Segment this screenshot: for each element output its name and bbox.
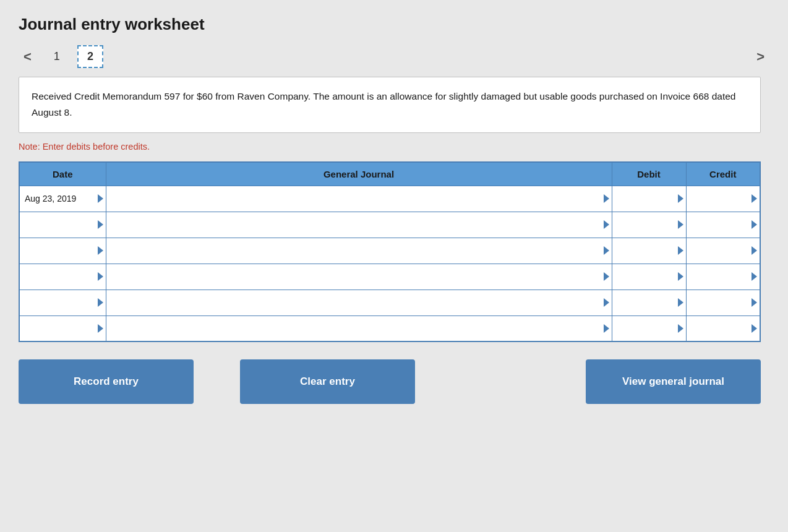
- journal-input-1[interactable]: [106, 212, 612, 238]
- table-row-debit-1[interactable]: [612, 212, 686, 238]
- debit-input-5[interactable]: [612, 316, 686, 341]
- credit-input-3[interactable]: [687, 264, 760, 290]
- table-row-journal-2[interactable]: [106, 238, 612, 264]
- table-row-debit-3[interactable]: [612, 264, 686, 290]
- table-row-date-0: Aug 23, 2019: [19, 186, 106, 212]
- record-entry-button[interactable]: Record entry: [19, 359, 194, 404]
- date-indicator-4: [98, 298, 103, 307]
- table-row-credit-4[interactable]: [686, 290, 760, 315]
- table-row-journal-0[interactable]: [106, 186, 612, 212]
- table-row-date-5: [19, 315, 106, 341]
- credit-input-0[interactable]: [687, 186, 760, 212]
- header-date: Date: [19, 162, 106, 186]
- page-2-number-active[interactable]: 2: [77, 45, 103, 68]
- journal-table: Date General Journal Debit Credit Aug 23…: [19, 161, 761, 343]
- table-row-debit-2[interactable]: [612, 238, 686, 264]
- date-indicator-2: [98, 246, 103, 255]
- date-value-0: Aug 23, 2019: [20, 186, 106, 212]
- table-row-credit-2[interactable]: [686, 238, 760, 264]
- table-row-date-1: [19, 212, 106, 238]
- date-indicator-1: [98, 220, 103, 229]
- journal-input-2[interactable]: [106, 238, 612, 264]
- table-row-debit-5[interactable]: [612, 315, 686, 341]
- journal-input-3[interactable]: [106, 264, 612, 290]
- journal-input-4[interactable]: [106, 290, 612, 315]
- view-general-journal-button[interactable]: View general journal: [586, 359, 761, 404]
- date-indicator-3: [98, 272, 103, 281]
- debit-input-3[interactable]: [612, 264, 686, 290]
- page-1-number[interactable]: 1: [48, 48, 66, 66]
- header-debit: Debit: [612, 162, 686, 186]
- table-row-credit-0[interactable]: [686, 186, 760, 212]
- prev-page-button[interactable]: <: [19, 46, 36, 67]
- table-row-journal-1[interactable]: [106, 212, 612, 238]
- table-row-credit-3[interactable]: [686, 264, 760, 290]
- debit-input-0[interactable]: [612, 186, 686, 212]
- header-general-journal: General Journal: [106, 162, 612, 186]
- note-text: Note: Enter debits before credits.: [19, 142, 769, 152]
- credit-input-5[interactable]: [687, 316, 760, 341]
- next-page-button[interactable]: >: [752, 46, 769, 67]
- credit-input-4[interactable]: [687, 290, 760, 315]
- table-row-date-3: [19, 264, 106, 290]
- debit-input-2[interactable]: [612, 238, 686, 264]
- table-row-journal-5[interactable]: [106, 315, 612, 341]
- date-indicator-5: [98, 324, 103, 333]
- credit-input-2[interactable]: [687, 238, 760, 264]
- table-row-debit-4[interactable]: [612, 290, 686, 315]
- description-text: Received Credit Memorandum 597 for $60 f…: [32, 91, 735, 118]
- description-box: Received Credit Memorandum 597 for $60 f…: [19, 77, 761, 133]
- debit-input-4[interactable]: [612, 290, 686, 315]
- credit-input-1[interactable]: [687, 212, 760, 238]
- table-row-journal-4[interactable]: [106, 290, 612, 315]
- table-row-date-2: [19, 238, 106, 264]
- page-title: Journal entry worksheet: [19, 15, 769, 34]
- pagination-nav: < 1 2 >: [19, 45, 769, 68]
- table-row-credit-1[interactable]: [686, 212, 760, 238]
- journal-input-5[interactable]: [106, 316, 612, 341]
- action-buttons-row: Record entry Clear entry View general jo…: [19, 359, 761, 404]
- table-row-date-4: [19, 290, 106, 315]
- table-row-credit-5[interactable]: [686, 315, 760, 341]
- table-row-journal-3[interactable]: [106, 264, 612, 290]
- debit-input-1[interactable]: [612, 212, 686, 238]
- header-credit: Credit: [686, 162, 760, 186]
- journal-input-0[interactable]: [106, 186, 612, 212]
- table-row-debit-0[interactable]: [612, 186, 686, 212]
- clear-entry-button[interactable]: Clear entry: [240, 359, 415, 404]
